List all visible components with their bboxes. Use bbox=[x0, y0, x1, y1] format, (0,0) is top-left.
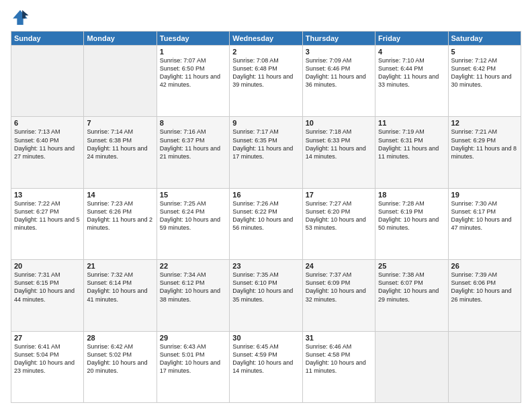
day-number: 10 bbox=[306, 119, 372, 127]
day-info: Sunrise: 7:28 AM Sunset: 6:19 PM Dayligh… bbox=[378, 199, 445, 232]
calendar-cell bbox=[84, 46, 157, 117]
calendar-cell: 16Sunrise: 7:26 AM Sunset: 6:22 PM Dayli… bbox=[230, 188, 302, 259]
calendar-cell: 25Sunrise: 7:38 AM Sunset: 6:07 PM Dayli… bbox=[375, 260, 448, 331]
weekday-header: Friday bbox=[375, 32, 448, 46]
day-number: 15 bbox=[160, 191, 226, 199]
day-info: Sunrise: 7:31 AM Sunset: 6:15 PM Dayligh… bbox=[14, 271, 81, 304]
calendar-cell: 10Sunrise: 7:18 AM Sunset: 6:33 PM Dayli… bbox=[302, 117, 375, 188]
calendar-cell: 15Sunrise: 7:25 AM Sunset: 6:24 PM Dayli… bbox=[157, 188, 229, 259]
day-info: Sunrise: 7:34 AM Sunset: 6:12 PM Dayligh… bbox=[160, 271, 226, 304]
weekday-header: Thursday bbox=[302, 32, 375, 46]
day-number: 24 bbox=[306, 262, 372, 270]
weekday-header: Saturday bbox=[448, 32, 521, 46]
calendar-cell: 14Sunrise: 7:23 AM Sunset: 6:26 PM Dayli… bbox=[84, 188, 157, 259]
day-info: Sunrise: 7:19 AM Sunset: 6:31 PM Dayligh… bbox=[378, 128, 445, 161]
day-number: 29 bbox=[160, 334, 226, 342]
day-info: Sunrise: 7:30 AM Sunset: 6:17 PM Dayligh… bbox=[451, 199, 518, 232]
day-number: 8 bbox=[160, 119, 226, 127]
day-info: Sunrise: 7:10 AM Sunset: 6:44 PM Dayligh… bbox=[378, 56, 445, 89]
day-number: 16 bbox=[232, 191, 299, 199]
calendar-cell: 27Sunrise: 6:41 AM Sunset: 5:04 PM Dayli… bbox=[11, 331, 84, 402]
day-number: 28 bbox=[87, 334, 153, 342]
day-info: Sunrise: 7:14 AM Sunset: 6:38 PM Dayligh… bbox=[87, 128, 153, 161]
calendar-cell: 6Sunrise: 7:13 AM Sunset: 6:40 PM Daylig… bbox=[11, 117, 84, 188]
day-info: Sunrise: 7:23 AM Sunset: 6:26 PM Dayligh… bbox=[87, 199, 153, 232]
calendar-cell: 26Sunrise: 7:39 AM Sunset: 6:06 PM Dayli… bbox=[448, 260, 521, 331]
calendar-cell bbox=[11, 46, 84, 117]
day-number: 19 bbox=[451, 191, 518, 199]
weekday-header: Sunday bbox=[11, 32, 84, 46]
calendar-cell: 8Sunrise: 7:16 AM Sunset: 6:37 PM Daylig… bbox=[157, 117, 229, 188]
day-info: Sunrise: 7:16 AM Sunset: 6:37 PM Dayligh… bbox=[160, 128, 226, 161]
day-number: 18 bbox=[378, 191, 445, 199]
day-info: Sunrise: 7:22 AM Sunset: 6:27 PM Dayligh… bbox=[14, 199, 81, 232]
calendar-cell: 4Sunrise: 7:10 AM Sunset: 6:44 PM Daylig… bbox=[375, 46, 448, 117]
calendar-cell: 11Sunrise: 7:19 AM Sunset: 6:31 PM Dayli… bbox=[375, 117, 448, 188]
day-info: Sunrise: 7:32 AM Sunset: 6:14 PM Dayligh… bbox=[87, 271, 153, 304]
day-info: Sunrise: 7:13 AM Sunset: 6:40 PM Dayligh… bbox=[14, 128, 81, 161]
day-info: Sunrise: 7:27 AM Sunset: 6:20 PM Dayligh… bbox=[306, 199, 372, 232]
day-number: 22 bbox=[160, 262, 226, 270]
day-number: 20 bbox=[14, 262, 81, 270]
day-info: Sunrise: 7:07 AM Sunset: 6:50 PM Dayligh… bbox=[160, 56, 226, 89]
day-number: 1 bbox=[160, 48, 226, 56]
day-number: 4 bbox=[378, 48, 445, 56]
day-number: 2 bbox=[232, 48, 299, 56]
calendar-cell: 12Sunrise: 7:21 AM Sunset: 6:29 PM Dayli… bbox=[448, 117, 521, 188]
day-info: Sunrise: 7:35 AM Sunset: 6:10 PM Dayligh… bbox=[232, 271, 299, 304]
day-number: 26 bbox=[451, 262, 518, 270]
calendar-cell: 30Sunrise: 6:45 AM Sunset: 4:59 PM Dayli… bbox=[230, 331, 302, 402]
page: SundayMondayTuesdayWednesdayThursdayFrid… bbox=[0, 0, 532, 411]
day-number: 6 bbox=[14, 119, 81, 127]
weekday-header: Tuesday bbox=[157, 32, 229, 46]
calendar-cell: 18Sunrise: 7:28 AM Sunset: 6:19 PM Dayli… bbox=[375, 188, 448, 259]
calendar-cell: 22Sunrise: 7:34 AM Sunset: 6:12 PM Dayli… bbox=[157, 260, 229, 331]
calendar-table: SundayMondayTuesdayWednesdayThursdayFrid… bbox=[11, 31, 521, 403]
weekday-header: Monday bbox=[84, 32, 157, 46]
calendar-cell: 29Sunrise: 6:43 AM Sunset: 5:01 PM Dayli… bbox=[157, 331, 229, 402]
calendar-cell: 7Sunrise: 7:14 AM Sunset: 6:38 PM Daylig… bbox=[84, 117, 157, 188]
calendar-cell: 9Sunrise: 7:17 AM Sunset: 6:35 PM Daylig… bbox=[230, 117, 302, 188]
calendar-cell: 20Sunrise: 7:31 AM Sunset: 6:15 PM Dayli… bbox=[11, 260, 84, 331]
day-number: 23 bbox=[232, 262, 299, 270]
day-number: 3 bbox=[306, 48, 372, 56]
day-info: Sunrise: 7:37 AM Sunset: 6:09 PM Dayligh… bbox=[306, 271, 372, 304]
day-info: Sunrise: 7:12 AM Sunset: 6:42 PM Dayligh… bbox=[451, 56, 518, 89]
logo-icon bbox=[11, 8, 30, 27]
day-info: Sunrise: 6:43 AM Sunset: 5:01 PM Dayligh… bbox=[160, 342, 226, 375]
calendar-cell: 28Sunrise: 6:42 AM Sunset: 5:02 PM Dayli… bbox=[84, 331, 157, 402]
day-number: 7 bbox=[87, 119, 153, 127]
day-number: 25 bbox=[378, 262, 445, 270]
day-info: Sunrise: 7:08 AM Sunset: 6:48 PM Dayligh… bbox=[232, 56, 299, 89]
calendar-cell: 24Sunrise: 7:37 AM Sunset: 6:09 PM Dayli… bbox=[302, 260, 375, 331]
day-info: Sunrise: 7:21 AM Sunset: 6:29 PM Dayligh… bbox=[451, 128, 518, 161]
calendar-cell: 17Sunrise: 7:27 AM Sunset: 6:20 PM Dayli… bbox=[302, 188, 375, 259]
calendar-cell: 19Sunrise: 7:30 AM Sunset: 6:17 PM Dayli… bbox=[448, 188, 521, 259]
day-number: 14 bbox=[87, 191, 153, 199]
day-number: 21 bbox=[87, 262, 153, 270]
calendar-cell: 31Sunrise: 6:46 AM Sunset: 4:58 PM Dayli… bbox=[302, 331, 375, 402]
day-number: 5 bbox=[451, 48, 518, 56]
day-info: Sunrise: 6:42 AM Sunset: 5:02 PM Dayligh… bbox=[87, 342, 153, 375]
day-info: Sunrise: 7:17 AM Sunset: 6:35 PM Dayligh… bbox=[232, 128, 299, 161]
day-info: Sunrise: 7:18 AM Sunset: 6:33 PM Dayligh… bbox=[306, 128, 372, 161]
header bbox=[11, 8, 521, 27]
calendar-cell bbox=[448, 331, 521, 402]
calendar-cell: 3Sunrise: 7:09 AM Sunset: 6:46 PM Daylig… bbox=[302, 46, 375, 117]
day-number: 9 bbox=[232, 119, 299, 127]
day-info: Sunrise: 7:38 AM Sunset: 6:07 PM Dayligh… bbox=[378, 271, 445, 304]
day-info: Sunrise: 7:26 AM Sunset: 6:22 PM Dayligh… bbox=[232, 199, 299, 232]
calendar-cell: 1Sunrise: 7:07 AM Sunset: 6:50 PM Daylig… bbox=[157, 46, 229, 117]
day-number: 11 bbox=[378, 119, 445, 127]
day-number: 12 bbox=[451, 119, 518, 127]
calendar-cell: 13Sunrise: 7:22 AM Sunset: 6:27 PM Dayli… bbox=[11, 188, 84, 259]
calendar-cell: 2Sunrise: 7:08 AM Sunset: 6:48 PM Daylig… bbox=[230, 46, 302, 117]
day-number: 30 bbox=[232, 334, 299, 342]
calendar-cell: 5Sunrise: 7:12 AM Sunset: 6:42 PM Daylig… bbox=[448, 46, 521, 117]
day-info: Sunrise: 6:41 AM Sunset: 5:04 PM Dayligh… bbox=[14, 342, 81, 375]
day-info: Sunrise: 7:09 AM Sunset: 6:46 PM Dayligh… bbox=[306, 56, 372, 89]
day-info: Sunrise: 6:45 AM Sunset: 4:59 PM Dayligh… bbox=[232, 342, 299, 375]
day-info: Sunrise: 6:46 AM Sunset: 4:58 PM Dayligh… bbox=[306, 342, 372, 375]
calendar-cell: 23Sunrise: 7:35 AM Sunset: 6:10 PM Dayli… bbox=[230, 260, 302, 331]
day-number: 13 bbox=[14, 191, 81, 199]
